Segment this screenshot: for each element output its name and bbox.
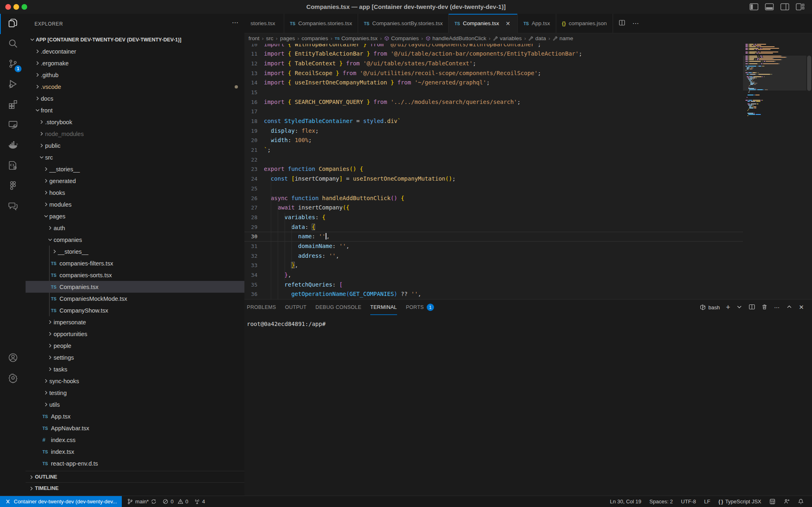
tree-item-sync-hooks[interactable]: sync-hooks	[26, 375, 244, 387]
tree-item-vscode[interactable]: .vscode	[26, 81, 244, 93]
code-line-29[interactable]: 29 data: {	[244, 222, 743, 232]
code-line-15[interactable]: 15	[244, 88, 743, 97]
tree-item-impersonate[interactable]: impersonate	[26, 316, 244, 328]
toggle-panel-icon[interactable]	[765, 3, 774, 11]
tree-item-hooks[interactable]: hooks	[26, 187, 244, 198]
ports-item[interactable]: 4	[191, 498, 208, 505]
language-mode-item[interactable]: { } TypeScript JSX	[714, 498, 765, 505]
tree-item-pages[interactable]: pages	[26, 210, 244, 222]
terminal-dropdown-icon[interactable]	[736, 304, 743, 311]
code-line-35[interactable]: 35 refetchQueries: [	[244, 280, 743, 290]
activity-item-codegen-file[interactable]	[0, 156, 26, 176]
tab-stories-tsx[interactable]: stories.tsx	[244, 14, 284, 33]
tree-item-index-css[interactable]: #index.css	[26, 434, 244, 446]
tree-item-front[interactable]: front	[26, 104, 244, 116]
split-terminal-icon[interactable]	[749, 304, 755, 311]
code-line-31[interactable]: 31 domainName: '',	[244, 242, 743, 251]
breadcrumb-item-src[interactable]: src	[266, 35, 273, 41]
code-line-19[interactable]: 19 display: flex;	[244, 126, 743, 136]
tree-item-companies-filters-tsx[interactable]: TScompanies-filters.tsx	[26, 257, 244, 269]
code-line-34[interactable]: 34 },	[244, 270, 743, 280]
activity-item-run-debug[interactable]	[0, 75, 26, 95]
eol-item[interactable]: LF	[700, 498, 714, 505]
maximize-panel-icon[interactable]	[786, 304, 793, 311]
breadcrumb-item-companies[interactable]: Companies	[384, 35, 419, 41]
tree-item-modules[interactable]: modules	[26, 198, 244, 210]
activity-item-account[interactable]	[0, 348, 26, 369]
code-line-33[interactable]: 33 },	[244, 261, 743, 270]
minimap-slider[interactable]	[743, 56, 806, 91]
code-line-32[interactable]: 32 address: '',	[244, 251, 743, 261]
panel-tab-ports[interactable]: PORTS1	[406, 300, 434, 315]
editor-scrollbar[interactable]	[807, 56, 811, 91]
breadcrumb-item-name[interactable]: name	[553, 35, 573, 41]
close-panel-icon[interactable]: ✕	[799, 304, 804, 311]
code-line-18[interactable]: 18const StyledTableContainer = styled.di…	[244, 117, 743, 126]
tree-item-stories[interactable]: __stories__	[26, 246, 244, 257]
timeline-section[interactable]: TIMELINE	[26, 482, 244, 494]
activity-item-source-control[interactable]: 1	[0, 54, 26, 75]
tree-item-react-app-env-d-ts[interactable]: TSreact-app-env.d.ts	[26, 457, 244, 469]
code-line-24[interactable]: 24 const [insertCompany] = useInsertOneC…	[244, 174, 743, 184]
panel-tab-output[interactable]: OUTPUT	[285, 300, 307, 315]
tree-item-auth[interactable]: auth	[26, 222, 244, 234]
feedback-icon[interactable]	[780, 498, 794, 505]
split-editor-icon[interactable]	[619, 19, 625, 28]
code-line-36[interactable]: 36 getOperationName(GET_COMPANIES) ?? ''…	[244, 289, 743, 299]
code-line-28[interactable]: 28 variables: {	[244, 213, 743, 222]
code-line-14[interactable]: 14import { useInsertOneCompanyMutation }…	[244, 78, 743, 88]
toggle-secondary-sidebar-icon[interactable]	[780, 3, 789, 11]
editor-more-actions-icon[interactable]: ⋯	[633, 19, 639, 27]
activity-item-remote-explorer[interactable]	[0, 115, 26, 136]
tab-companies-stories-tsx[interactable]: TSCompanies.stories.tsx	[284, 14, 358, 33]
encoding-item[interactable]: UTF-8	[677, 498, 700, 505]
tree-item-testing[interactable]: testing	[26, 387, 244, 399]
code-line-23[interactable]: 23export function Companies() {	[244, 164, 743, 174]
code-line-25[interactable]: 25	[244, 184, 743, 194]
tree-item-ergomake[interactable]: .ergomake	[26, 57, 244, 69]
tree-item-src[interactable]: src	[26, 151, 244, 163]
activity-item-figma[interactable]	[0, 176, 26, 196]
tree-item-app-tsx[interactable]: TSApp.tsx	[26, 410, 244, 422]
activity-item-explorer[interactable]	[0, 14, 26, 34]
tab-companies-json[interactable]: {}companies.json	[556, 14, 613, 33]
tree-item-utils[interactable]: utils	[26, 399, 244, 410]
activity-item-search[interactable]	[0, 34, 26, 54]
tab-app-tsx[interactable]: TSApp.tsx	[518, 14, 556, 33]
breadcrumb-item-data[interactable]: data	[528, 35, 546, 41]
customize-layout-icon[interactable]	[796, 3, 805, 11]
editor-layout-status-icon[interactable]	[765, 498, 780, 505]
code-line-13[interactable]: 13import { RecoilScope } from '@/ui/util…	[244, 69, 743, 78]
panel-tab-terminal[interactable]: TERMINAL	[370, 300, 397, 315]
close-tab-icon[interactable]: ✕	[504, 20, 512, 27]
breadcrumb-item-front[interactable]: front	[248, 35, 259, 41]
minimap[interactable]	[743, 44, 806, 299]
code-line-11[interactable]: 11import { EntityTableActionBar } from '…	[244, 49, 743, 59]
tab-companies-sortby-stories-tsx[interactable]: TSCompanies.sortBy.stories.tsx	[358, 14, 449, 33]
tree-item-node-modules[interactable]: node_modules	[26, 128, 244, 140]
tab-companies-tsx[interactable]: TSCompanies.tsx✕	[449, 14, 518, 33]
problems-item[interactable]: 0 0	[160, 498, 191, 505]
breadcrumb-item-pages[interactable]: pages	[280, 35, 295, 41]
breadcrumb-item-companies-tsx[interactable]: TSCompanies.tsx	[335, 35, 377, 41]
git-branch-item[interactable]: main*	[124, 498, 160, 505]
code-line-21[interactable]: 21`;	[244, 145, 743, 155]
panel-more-actions-icon[interactable]: ⋯	[774, 304, 780, 311]
tree-item-people[interactable]: people	[26, 340, 244, 352]
code-line-10[interactable]: 10import { WithTopBarContainer } from '@…	[244, 44, 743, 49]
breadcrumb-item-variables[interactable]: variables	[493, 35, 522, 41]
code-editor[interactable]: 10import { WithTopBarContainer } from '@…	[244, 44, 812, 299]
activity-item-docker[interactable]	[0, 136, 26, 156]
terminal-shell-tab[interactable]: bash	[700, 304, 720, 311]
panel-tab-problems[interactable]: PROBLEMS	[247, 300, 276, 315]
cursor-position-item[interactable]: Ln 30, Col 19	[606, 498, 645, 505]
activity-item-settings[interactable]	[0, 369, 26, 389]
tree-item-generated[interactable]: generated	[26, 175, 244, 187]
tree-item-tasks[interactable]: tasks	[26, 363, 244, 375]
tree-item-opportunities[interactable]: opportunities	[26, 328, 244, 340]
code-line-22[interactable]: 22	[244, 155, 743, 165]
kill-terminal-icon[interactable]	[761, 304, 768, 311]
activity-item-comments[interactable]	[0, 196, 26, 217]
tree-item-companies[interactable]: companies	[26, 234, 244, 246]
tree-item-devcontainer[interactable]: .devcontainer	[26, 45, 244, 57]
